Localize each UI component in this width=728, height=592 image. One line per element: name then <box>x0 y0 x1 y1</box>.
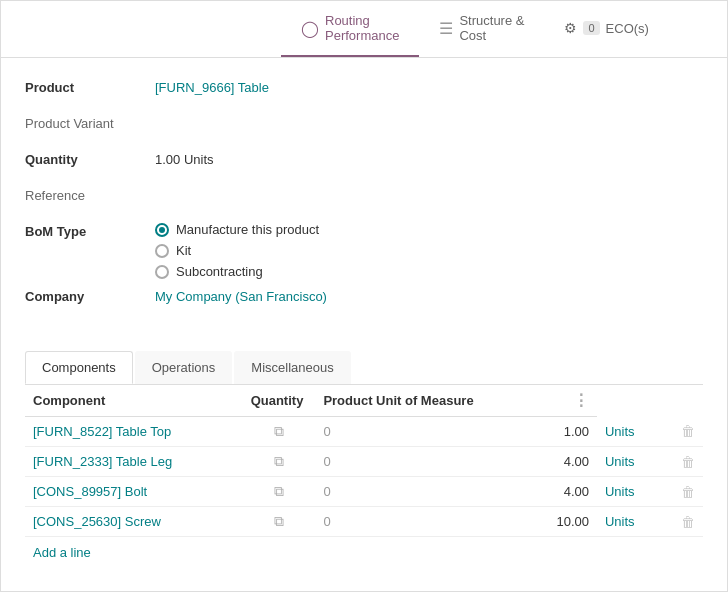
col-header-quantity: Quantity <box>243 385 316 417</box>
tab-eco[interactable]: ⚙ 0 ECO(s) <box>544 1 668 57</box>
tab-operations-label: Operations <box>152 360 216 375</box>
cell-component-0: [FURN_8522] Table Top <box>25 417 243 447</box>
product-variant-row: Product Variant <box>25 114 703 142</box>
component-link-0[interactable]: [FURN_8522] Table Top <box>33 424 171 439</box>
company-label: Company <box>25 287 155 304</box>
table-row: [FURN_8522] Table Top ⧉ 0 1.00 Units 🗑 <box>25 417 703 447</box>
add-line-label: Add a line <box>33 545 91 560</box>
three-dots-header[interactable]: ⋮ <box>573 392 589 409</box>
cell-copy-count-1: 0 <box>315 447 548 477</box>
col-header-component: Component <box>25 385 243 417</box>
top-tab-bar: ◯ RoutingPerformance ☰ Structure &Cost ⚙… <box>1 1 727 58</box>
sub-tab-bar: Components Operations Miscellaneous <box>25 351 703 385</box>
add-line-button[interactable]: Add a line <box>25 537 703 568</box>
cell-unit-2[interactable]: Units <box>597 477 661 507</box>
clock-icon: ◯ <box>301 19 319 38</box>
cell-copy-count-3: 0 <box>315 507 548 537</box>
product-label: Product <box>25 78 155 95</box>
radio-manufacture[interactable]: Manufacture this product <box>155 222 319 237</box>
component-link-1[interactable]: [FURN_2333] Table Leg <box>33 454 172 469</box>
cell-delete-0[interactable]: 🗑 <box>661 417 703 447</box>
cell-component-2: [CONS_89957] Bolt <box>25 477 243 507</box>
product-variant-label: Product Variant <box>25 114 155 131</box>
bom-type-row: BoM Type Manufacture this product Kit Su… <box>25 222 703 279</box>
table-row: [CONS_89957] Bolt ⧉ 0 4.00 Units 🗑 <box>25 477 703 507</box>
cell-copy-count-0: 0 <box>315 417 548 447</box>
product-row: Product [FURN_9666] Table <box>25 78 703 106</box>
cell-copy-3: ⧉ <box>243 507 316 537</box>
cell-delete-2[interactable]: 🗑 <box>661 477 703 507</box>
cell-component-1: [FURN_2333] Table Leg <box>25 447 243 477</box>
radio-circle-kit <box>155 244 169 258</box>
spacer <box>1 1 281 57</box>
tab-miscellaneous[interactable]: Miscellaneous <box>234 351 350 384</box>
radio-kit[interactable]: Kit <box>155 243 319 258</box>
col-header-unit: Product Unit of Measure <box>315 385 548 417</box>
tab-miscellaneous-label: Miscellaneous <box>251 360 333 375</box>
delete-icon-3[interactable]: 🗑 <box>681 514 695 530</box>
cell-qty-2[interactable]: 4.00 <box>548 477 597 507</box>
radio-circle-manufacture <box>155 223 169 237</box>
cell-qty-1[interactable]: 4.00 <box>548 447 597 477</box>
eco-tab-label: ECO(s) <box>606 21 649 36</box>
cell-copy-1: ⧉ <box>243 447 316 477</box>
component-link-2[interactable]: [CONS_89957] Bolt <box>33 484 147 499</box>
gear-icon: ⚙ <box>564 20 577 36</box>
bom-type-label: BoM Type <box>25 222 155 239</box>
form-section: Product [FURN_9666] Table Product Varian… <box>1 58 727 343</box>
table-header-row: Component Quantity Product Unit of Measu… <box>25 385 703 417</box>
cell-unit-0[interactable]: Units <box>597 417 661 447</box>
cell-qty-3[interactable]: 10.00 <box>548 507 597 537</box>
product-value[interactable]: [FURN_9666] Table <box>155 78 269 95</box>
radio-label-kit: Kit <box>176 243 191 258</box>
radio-circle-subcontracting <box>155 265 169 279</box>
cell-delete-3[interactable]: 🗑 <box>661 507 703 537</box>
routing-tab-label: RoutingPerformance <box>325 13 399 43</box>
reference-label: Reference <box>25 186 155 203</box>
table-section: Component Quantity Product Unit of Measu… <box>1 385 727 584</box>
copy-icon-0[interactable]: ⧉ <box>274 423 284 439</box>
main-container: ◯ RoutingPerformance ☰ Structure &Cost ⚙… <box>0 0 728 592</box>
col-header-actions: ⋮ <box>548 385 597 417</box>
company-value[interactable]: My Company (San Francisco) <box>155 287 327 304</box>
cell-copy-0: ⧉ <box>243 417 316 447</box>
bom-type-options: Manufacture this product Kit Subcontract… <box>155 222 319 279</box>
cell-copy-2: ⧉ <box>243 477 316 507</box>
tab-components-label: Components <box>42 360 116 375</box>
radio-label-manufacture: Manufacture this product <box>176 222 319 237</box>
table-row: [CONS_25630] Screw ⧉ 0 10.00 Units 🗑 <box>25 507 703 537</box>
reference-row: Reference <box>25 186 703 214</box>
cell-copy-count-2: 0 <box>315 477 548 507</box>
delete-icon-2[interactable]: 🗑 <box>681 484 695 500</box>
cell-component-3: [CONS_25630] Screw <box>25 507 243 537</box>
components-table: Component Quantity Product Unit of Measu… <box>25 385 703 537</box>
structure-tab-label: Structure &Cost <box>459 13 524 43</box>
copy-icon-2[interactable]: ⧉ <box>274 483 284 499</box>
cell-unit-1[interactable]: Units <box>597 447 661 477</box>
tab-routing-performance[interactable]: ◯ RoutingPerformance <box>281 1 419 57</box>
eco-count: 0 <box>583 21 599 35</box>
menu-icon: ☰ <box>439 19 453 38</box>
cell-delete-1[interactable]: 🗑 <box>661 447 703 477</box>
sub-tab-section: Components Operations Miscellaneous <box>1 351 727 385</box>
quantity-label: Quantity <box>25 150 155 167</box>
tab-components[interactable]: Components <box>25 351 133 384</box>
copy-icon-3[interactable]: ⧉ <box>274 513 284 529</box>
tab-operations[interactable]: Operations <box>135 351 233 384</box>
table-row: [FURN_2333] Table Leg ⧉ 0 4.00 Units 🗑 <box>25 447 703 477</box>
cell-qty-0[interactable]: 1.00 <box>548 417 597 447</box>
cell-unit-3[interactable]: Units <box>597 507 661 537</box>
delete-icon-1[interactable]: 🗑 <box>681 454 695 470</box>
radio-label-subcontracting: Subcontracting <box>176 264 263 279</box>
delete-icon-0[interactable]: 🗑 <box>681 423 695 439</box>
quantity-value[interactable]: 1.00 Units <box>155 150 214 167</box>
copy-icon-1[interactable]: ⧉ <box>274 453 284 469</box>
component-link-3[interactable]: [CONS_25630] Screw <box>33 514 161 529</box>
company-row: Company My Company (San Francisco) <box>25 287 703 315</box>
quantity-row: Quantity 1.00 Units <box>25 150 703 178</box>
radio-subcontracting[interactable]: Subcontracting <box>155 264 319 279</box>
tab-structure-cost[interactable]: ☰ Structure &Cost <box>419 1 544 57</box>
